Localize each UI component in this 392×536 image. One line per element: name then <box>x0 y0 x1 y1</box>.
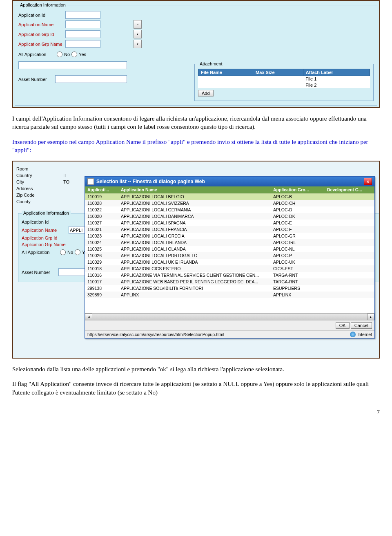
city-value: TO <box>63 179 69 184</box>
col-application-id[interactable]: Applicati... <box>85 186 118 193</box>
dialog-statusbar: https://ezservice.italycsc.com/arsys/res… <box>85 330 374 338</box>
app-id-label-2: Application Id <box>22 220 69 224</box>
address-value: - <box>63 186 65 191</box>
page-number: 7 <box>12 409 380 416</box>
table-row[interactable]: 110029APPLICAZIONI LOCALI UK E IRLANDAAP… <box>85 259 374 265</box>
app-grp-name-label-2: Application Grp Name <box>22 242 69 247</box>
all-application-label: All Application <box>18 52 55 57</box>
table-row[interactable]: 110028APPLICAZIONI LOCALI SVIZZERAAPLOC-… <box>85 200 374 206</box>
col-application-name[interactable]: Application Name <box>118 186 271 193</box>
attach-col-size[interactable]: Max Size <box>253 69 303 76</box>
app-name-menu-button[interactable]: ≡ <box>134 20 142 29</box>
app-grp-name-label: Application Grp Name <box>18 42 65 47</box>
zip-label: Zip Code <box>16 193 63 197</box>
application-info-fieldset: Application Information Application Id A… <box>15 2 377 105</box>
city-label: City <box>16 179 63 184</box>
selection-list-screenshot: Room CountryIT CityTO Address- Zip Code … <box>12 161 380 359</box>
selection-list-table: Applicati... Application Name Applicatio… <box>85 186 374 298</box>
attach-col-file[interactable]: File Name <box>198 69 253 76</box>
table-row[interactable]: 110022APPLICAZIONI LOCALI GERMANIAAPLOC-… <box>85 206 374 213</box>
application-info-legend: Application Information <box>18 2 67 7</box>
table-row[interactable]: 110025APPLICAZIONI LOCALI OLANDAAPLOC-NL <box>85 246 374 252</box>
table-row[interactable]: 329899APPLINXAPPLINX <box>85 292 374 298</box>
app-name-label-2: Application Name <box>22 228 69 233</box>
all-app-yes-radio[interactable] <box>71 52 77 57</box>
county-label: County <box>16 199 63 204</box>
room-label: Room <box>16 166 63 171</box>
ok-button[interactable]: OK <box>336 322 350 329</box>
dialog-icon <box>87 178 94 185</box>
all-app-label-2: All Application <box>22 250 58 255</box>
asset-number-input[interactable] <box>55 75 127 83</box>
app-grp-id-input[interactable] <box>65 30 100 38</box>
table-row[interactable]: 110019APPLICAZIONI LOCALI BELGIOAPLOC-B <box>85 193 374 200</box>
dialog-scrollarea[interactable]: Applicati... Application Name Applicatio… <box>85 186 374 313</box>
scroll-left-icon[interactable]: ◂ <box>85 314 92 320</box>
app-grp-name-input[interactable] <box>65 40 100 48</box>
free-input[interactable] <box>18 61 127 69</box>
status-zone: Internet <box>357 332 372 337</box>
table-row[interactable]: 110018APPLICAZIONI CICS ESTEROCICS-EST <box>85 265 374 272</box>
all-app-yes-radio-2[interactable] <box>75 249 80 255</box>
body-paragraph-4: Il flag "All Application" consente invec… <box>12 380 380 397</box>
radio-no-label: No <box>64 52 70 57</box>
country-label: Country <box>16 173 63 178</box>
col-development-group[interactable]: Development G... <box>325 186 374 193</box>
table-row[interactable]: 110024APPLICAZIONI LOCALI IRLANDAAPLOC-I… <box>85 239 374 246</box>
attachment-fieldset: Attachment File Name Max Size Attach Lab… <box>194 61 374 101</box>
all-app-no-radio-2[interactable] <box>60 249 66 255</box>
application-info-screenshot: Application Information Application Id A… <box>12 0 380 108</box>
close-icon[interactable]: × <box>364 178 372 185</box>
app-name-input[interactable] <box>65 20 100 28</box>
table-row[interactable]: 110017APPLICAZIONE WEB BASED PER IL RENT… <box>85 278 374 285</box>
table-row[interactable]: 110021APPLICAZIONI LOCALI FRANCIAAPLOC-F <box>85 226 374 233</box>
add-button[interactable]: Add <box>198 90 214 96</box>
dialog-titlebar[interactable]: Selection list -- Finestra di dialogo pa… <box>85 177 374 186</box>
col-application-group[interactable]: Application Gro... <box>271 186 325 193</box>
scroll-right-icon[interactable]: ▸ <box>367 314 374 320</box>
radio-no-2: No <box>67 250 73 255</box>
asset-number-label: Asset Number <box>18 77 55 82</box>
table-row[interactable]: 110020APPLICAZIONI LOCALI DANIMARCAAPLOC… <box>85 213 374 220</box>
internet-zone-icon <box>350 332 356 337</box>
body-paragraph-1: I campi dell'Application Information con… <box>12 114 380 131</box>
all-app-no-radio[interactable] <box>57 52 62 57</box>
app-info-legend-2: Application Information <box>22 211 71 215</box>
selection-list-dialog: Selection list -- Finestra di dialogo pa… <box>85 176 375 339</box>
asset-number-label-2: Asset Number <box>22 270 58 275</box>
table-row[interactable]: File 2 <box>198 82 370 88</box>
app-id-input[interactable] <box>65 11 100 19</box>
address-label: Address <box>16 186 63 191</box>
status-url: https://ezservice.italycsc.com/arsys/res… <box>87 332 224 337</box>
app-name-label: Application Name <box>18 22 65 27</box>
attachment-table: File Name Max Size Attach Label File 1 F… <box>198 69 370 88</box>
table-row[interactable]: 299138APPLICAZIONE SOLVIBILITà FORNITORI… <box>85 285 374 292</box>
app-grp-id-label-2: Application Grp Id <box>22 235 69 240</box>
app-id-label: Application Id <box>18 13 65 18</box>
table-row[interactable]: 110023APPLICAZIONI LOCALI GRECIAAPLOC-GR <box>85 233 374 239</box>
attach-col-label[interactable]: Attach Label <box>303 69 370 76</box>
cancel-button[interactable]: Cancel <box>351 322 372 329</box>
body-paragraph-3: Selezionando dalla lista una delle appli… <box>12 365 380 373</box>
dialog-title: Selection list -- Finestra di dialogo pa… <box>96 179 205 184</box>
app-grp-name-dropdown-button[interactable]: ▾ <box>134 40 142 48</box>
attachment-legend: Attachment <box>198 61 224 66</box>
table-row[interactable]: 110026APPLICAZIONI LOCALI PORTOGALLOAPLO… <box>85 252 374 259</box>
app-grp-id-dropdown-button[interactable]: ▾ <box>134 30 142 38</box>
table-row[interactable]: 110016APPLICAZIONE VIA TERMINAL SERVICES… <box>85 272 374 278</box>
app-grp-id-label: Application Grp Id <box>18 32 65 37</box>
horizontal-scrollbar[interactable]: ◂ ▸ <box>85 313 374 320</box>
country-value: IT <box>63 173 67 178</box>
radio-yes-label: Yes <box>79 52 86 57</box>
table-row[interactable]: 110027APPLICAZIONI LOCALI SPAGNAAPLOC-E <box>85 220 374 226</box>
table-row[interactable]: File 1 <box>198 76 370 82</box>
body-paragraph-2: Inserendo per esempio nel campo Applicat… <box>12 138 380 155</box>
